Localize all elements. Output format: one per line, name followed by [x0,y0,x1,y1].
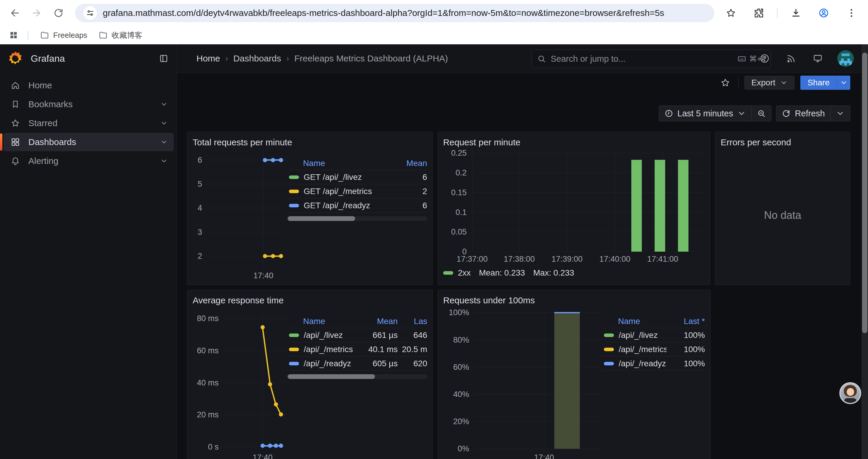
share-menu-button[interactable] [837,76,850,90]
y-tick-label: 60% [453,362,469,371]
panel-total-requests[interactable]: Total requests per minute 6543217:40 Nam… [187,132,433,285]
series-name: /api/_/metrics [619,345,666,354]
share-button[interactable]: Share [800,76,837,90]
refresh-icon [782,109,790,118]
legend-value: 100% [666,345,705,354]
kiosk-mode-button[interactable] [811,52,825,66]
breadcrumb: Home › Dashboards › Freeleaps Metrics Da… [196,44,448,73]
bookmarks-divider [28,31,28,40]
forward-button[interactable] [27,4,46,23]
site-settings-icon[interactable] [83,6,97,20]
series-color-pill [604,333,614,337]
legend-column-name[interactable]: Name [286,317,353,326]
chevron-down-icon [780,79,788,87]
data-point [279,412,283,417]
y-tick-label: 20% [453,417,469,426]
panel-request-per-minute[interactable]: Request per minute 0.250.20.150.10.05017… [438,132,711,285]
legend-inline[interactable]: 2xx Mean: 0.233 Max: 0.233 [443,265,705,281]
breadcrumb-home[interactable]: Home [196,54,220,64]
legend-row[interactable]: GET /api/_/readyz6 [286,198,427,213]
refresh-interval-button[interactable] [831,106,850,121]
sidebar-item-alerting[interactable]: Alerting [4,152,174,170]
legend-row[interactable]: /api/_/readyz100% [601,357,705,371]
user-avatar[interactable] [837,50,854,67]
legend-column-0[interactable]: Mean [353,317,398,326]
legend-column-0[interactable]: Mean [392,159,427,168]
bookmark-folder[interactable]: Freeleaps [36,29,92,42]
grafana-logo[interactable] [8,51,23,66]
chevron-down-icon [160,100,168,108]
bookmark-icon [11,100,20,109]
apps-button[interactable] [7,29,20,42]
legend-scrollbar[interactable] [286,374,427,379]
sidebar-item-dashboards[interactable]: Dashboards [4,133,174,151]
refresh-button[interactable]: Refresh [776,106,830,121]
legend-scrollbar[interactable] [286,216,427,221]
panel-average-response-time[interactable]: Average response time 80 ms60 ms40 ms20 … [187,290,433,459]
back-button[interactable] [5,4,24,23]
legend-row[interactable]: /api/_/metrics100% [601,342,705,357]
chevron-down-icon [840,79,848,87]
chevron-down-icon [160,138,168,146]
sidebar-item-home[interactable]: Home [4,76,174,95]
legend-column-name[interactable]: Name [286,159,392,168]
export-button[interactable]: Export [745,76,795,90]
profile-button[interactable] [814,4,833,23]
data-point [263,254,267,258]
legend-row[interactable]: GET /api/_/metrics2 [286,184,427,198]
clock-icon [664,109,673,118]
bookmark-page-button[interactable] [721,4,740,23]
y-tick-label: 2 [198,252,202,261]
sidebar-item-starred[interactable]: Starred [4,114,174,132]
legend-scrollbar-thumb[interactable] [288,374,375,379]
time-range-picker[interactable]: Last 5 minutes [659,106,752,121]
downloads-button[interactable] [786,4,805,23]
share-split-button: Share [800,76,850,90]
star-dashboard-button[interactable] [718,76,733,90]
y-tick-label: 6 [198,155,202,165]
breadcrumb-dashboards[interactable]: Dashboards [234,54,281,64]
browser-chrome: grafana.mathmast.com/d/deytv4rwavabkb/fr… [0,0,868,44]
bookmark-folder[interactable]: 收藏博客 [95,28,147,42]
sidebar-item-bookmarks[interactable]: Bookmarks [4,95,174,113]
scrollbar-thumb[interactable] [862,53,867,333]
address-bar[interactable]: grafana.mathmast.com/d/deytv4rwavabkb/fr… [75,4,714,22]
data-point [271,158,275,162]
profile-icon [818,8,829,18]
legend-column-0[interactable]: Last * [666,317,705,326]
y-tick-label: 0.25 [451,149,467,158]
legend-row[interactable]: /api/_/livez100% [601,328,705,342]
panel-errors-per-second[interactable]: Errors per second No data [715,132,850,285]
zoom-out-time-button[interactable] [752,106,771,121]
requests-under-100ms-chart: 100%80%60%40%20%0%17:40 [443,307,601,459]
y-tick-label: 0.2 [456,168,467,177]
menu-button[interactable] [842,4,861,23]
panel-title: Average response time [193,294,427,307]
news-button[interactable] [784,52,798,66]
legend-scrollbar-thumb[interactable] [288,216,355,221]
legend-row[interactable]: /api/_/readyz605 µs620 [286,357,427,371]
floating-avatar[interactable] [839,382,861,404]
help-button[interactable] [757,52,772,66]
avatar-pixel-art [841,54,850,56]
extensions-button[interactable] [749,4,768,23]
legend-row[interactable]: /api/_/metrics40.1 ms20.5 m [286,342,427,357]
legend-row[interactable]: /api/_/livez661 µs646 [286,328,427,342]
reload-button[interactable] [49,4,68,23]
download-icon [790,8,801,18]
browser-toolbar: grafana.mathmast.com/d/deytv4rwavabkb/fr… [0,0,868,26]
y-tick-label: 40 ms [197,378,219,387]
collapse-sidebar-button[interactable] [157,52,170,65]
breadcrumb-current: Freeleaps Metrics Dashboard (ALPHA) [294,54,448,64]
legend-value: 100% [666,359,705,368]
legend-row[interactable]: GET /api/_/livez6 [286,170,427,184]
legend-column-1[interactable]: Las [398,317,427,326]
page-scrollbar[interactable] [862,44,868,459]
legend-column-name[interactable]: Name [601,317,666,326]
x-tick-label: 17:38:00 [504,255,535,264]
panel-requests-under-100ms[interactable]: Requests under 100ms 100%80%60%40%20%0%1… [438,290,711,459]
search-input[interactable]: Search or jump to... ⌘+k [531,50,771,68]
puzzle-icon [753,8,764,18]
star-icon [720,78,730,88]
series-name: GET /api/_/readyz [304,201,370,210]
